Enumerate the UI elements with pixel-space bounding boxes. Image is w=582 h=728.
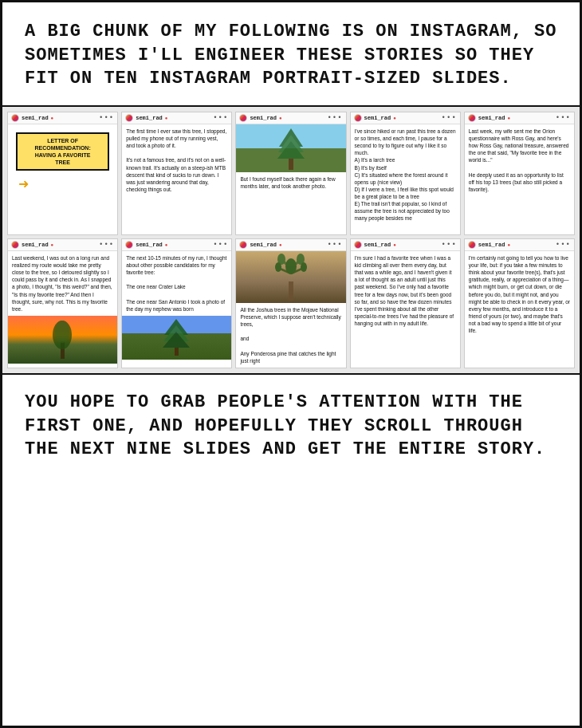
slide-3: semi_rad ● ••• But I found myself back t… (235, 112, 346, 235)
slide-9-dots: ••• (442, 241, 457, 249)
slide-5: semi_rad ● ••• Last week, my wife sent m… (464, 112, 575, 235)
slide-6-header: semi_rad ● ••• (8, 239, 117, 251)
slide-1: semi_rad ● ••• Letter ofRecommendation:H… (7, 112, 118, 235)
slide-7: semi_rad ● ••• The next 10-15 minutes of… (121, 238, 232, 368)
slide-9-header: semi_rad ● ••• (351, 239, 460, 251)
slide-6-user: semi_rad ● (11, 241, 53, 249)
avatar-6 (11, 241, 19, 249)
instagram-grid: semi_rad ● ••• Letter ofRecommendation:H… (2, 105, 580, 375)
slide-10: semi_rad ● ••• I'm certainly not going t… (464, 238, 575, 368)
slide-8-body: All the Joshua trees in the Mojave Natio… (236, 303, 345, 368)
svg-point-19 (275, 262, 281, 272)
slide-6: semi_rad ● ••• Last weekend, I was out o… (7, 238, 118, 368)
slide-2-user: semi_rad ● (125, 114, 167, 122)
bottom-text: You hope to grab people's attention with… (2, 375, 580, 479)
avatar-8 (239, 241, 247, 249)
slide-10-user: semi_rad ● (468, 241, 510, 249)
avatar-5 (468, 114, 476, 122)
arrow-icon: ➜ (12, 174, 113, 195)
verified-dot-7: ● (165, 242, 168, 248)
slide-4-header: semi_rad ● ••• (351, 112, 460, 124)
slide-2-header: semi_rad ● ••• (122, 112, 231, 124)
slide-7-user: semi_rad ● (125, 241, 167, 249)
slide-5-body: Last week, my wife sent me the Orion que… (465, 124, 574, 196)
svg-point-6 (55, 321, 69, 343)
slide-1-body: Letter ofRecommendation:Having a Favorit… (8, 124, 117, 199)
grid-row-2: semi_rad ● ••• Last weekend, I was out o… (7, 238, 575, 368)
avatar-1 (11, 114, 19, 122)
avatar-9 (354, 241, 362, 249)
slide-8-user: semi_rad ● (239, 241, 281, 249)
verified-dot-2: ● (165, 116, 168, 121)
slide-3-body: But I found myself back there again a fe… (236, 172, 345, 193)
slide-3-image (236, 124, 345, 172)
verified-dot: ● (51, 116, 54, 121)
slide-4-user: semi_rad ● (354, 114, 396, 122)
slide-10-header: semi_rad ● ••• (465, 239, 574, 251)
slide-4-dots: ••• (442, 114, 457, 122)
verified-dot-10: ● (507, 242, 510, 248)
slide-9-body: I'm sure I had a favorite tree when I wa… (351, 251, 460, 330)
slide-8-dots: ••• (327, 241, 342, 249)
slide-4: semi_rad ● ••• I've since hiked or run p… (350, 112, 461, 235)
slide-1-dots: ••• (99, 114, 114, 122)
slide-7-dots: ••• (213, 241, 228, 249)
slide-8-header: semi_rad ● ••• (236, 239, 345, 251)
slide-3-user: semi_rad ● (239, 114, 281, 122)
avatar-4 (354, 114, 362, 122)
avatar-7 (125, 241, 133, 249)
top-text: A big chunk of my following is on Instag… (2, 2, 580, 105)
svg-point-16 (285, 258, 297, 274)
slide-1-header: semi_rad ● ••• (8, 112, 117, 124)
slide-7-header: semi_rad ● ••• (122, 239, 231, 251)
slide-2-dots: ••• (213, 114, 228, 122)
slide-1-box: Letter ofRecommendation:Having a Favorit… (16, 132, 109, 171)
grid-row-1: semi_rad ● ••• Letter ofRecommendation:H… (7, 112, 575, 235)
slide-2: semi_rad ● ••• The first time I ever saw… (121, 112, 232, 235)
verified-dot-8: ● (279, 242, 282, 248)
slide-6-dots: ••• (99, 241, 114, 249)
slide-9: semi_rad ● ••• I'm sure I had a favorite… (350, 238, 461, 368)
verified-dot-6: ● (51, 242, 54, 248)
slide-5-user: semi_rad ● (468, 114, 510, 122)
slide-6-image (8, 316, 117, 364)
avatar-10 (468, 241, 476, 249)
svg-rect-0 (289, 157, 293, 170)
slide-3-dots: ••• (327, 114, 342, 122)
avatar-2 (125, 114, 133, 122)
slide-4-body: I've since hiked or run past this tree a… (351, 124, 460, 225)
slide-7-body: The next 10-15 minutes of my run, I thou… (122, 251, 231, 316)
slide-8: semi_rad ● ••• (235, 238, 346, 368)
svg-point-20 (301, 262, 307, 272)
slide-6-body: Last weekend, I was out on a long run an… (8, 251, 117, 316)
slide-7-image (122, 316, 231, 360)
verified-dot-5: ● (507, 116, 510, 121)
slide-3-header: semi_rad ● ••• (236, 112, 345, 124)
slide-9-user: semi_rad ● (354, 241, 396, 249)
slide-10-body: I'm certainly not going to tell you how … (465, 251, 574, 337)
slide-2-body: The first time I ever saw this tree, I s… (122, 124, 231, 196)
avatar-3 (239, 114, 247, 122)
slide-1-user: semi_rad ● (11, 114, 53, 122)
slide-5-dots: ••• (556, 114, 571, 122)
verified-dot-3: ● (279, 116, 282, 121)
slide-5-header: semi_rad ● ••• (465, 112, 574, 124)
svg-rect-11 (289, 281, 293, 301)
slide-8-image (236, 251, 345, 303)
verified-dot-4: ● (393, 116, 396, 121)
verified-dot-9: ● (393, 242, 396, 248)
slide-10-dots: ••• (556, 241, 571, 249)
